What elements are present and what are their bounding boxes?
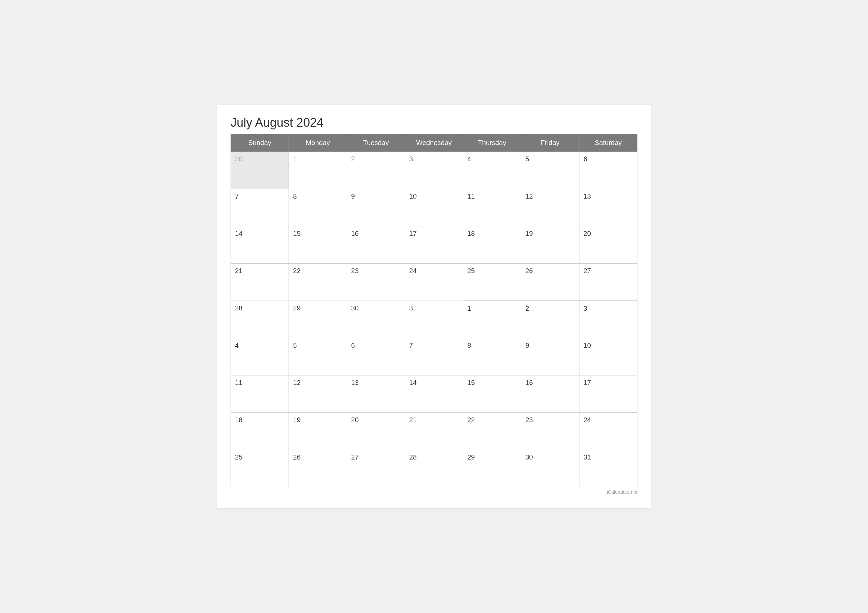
calendar-day[interactable]: 10 — [405, 189, 463, 226]
calendar-day[interactable]: 14 — [405, 375, 463, 413]
calendar-day[interactable]: 20 — [347, 413, 405, 450]
calendar-day[interactable]: 13 — [579, 189, 637, 226]
calendar-week-8: 18192021222324 — [231, 413, 637, 450]
calendar-day[interactable]: 12 — [289, 375, 347, 413]
calendar-day[interactable]: 6 — [579, 152, 637, 189]
calendar-day[interactable]: 21 — [231, 264, 289, 301]
calendar-day[interactable]: 23 — [347, 264, 405, 301]
calendar-day[interactable]: 15 — [463, 375, 521, 413]
calendar-day[interactable]: 5 — [521, 152, 579, 189]
calendar-day[interactable]: 11 — [463, 189, 521, 226]
calendar-day[interactable]: 11 — [231, 375, 289, 413]
header-cell-sunday: Sunday — [231, 134, 289, 152]
calendar-day[interactable]: 3 — [405, 152, 463, 189]
calendar-day[interactable]: 30 — [347, 301, 405, 338]
calendar-week-5: 28293031123 — [231, 301, 637, 338]
calendar-day[interactable]: 1 — [289, 152, 347, 189]
calendar-day[interactable]: 31 — [579, 450, 637, 487]
calendar-week-7: 11121314151617 — [231, 375, 637, 413]
calendar-day[interactable]: 24 — [405, 264, 463, 301]
calendar-day[interactable]: 10 — [579, 338, 637, 375]
calendar-day[interactable]: 7 — [405, 338, 463, 375]
calendar-day[interactable]: 25 — [231, 450, 289, 487]
calendar-day[interactable]: 14 — [231, 226, 289, 264]
calendar-day[interactable]: 16 — [521, 375, 579, 413]
calendar-day[interactable]: 26 — [289, 450, 347, 487]
calendar-day[interactable]: 5 — [289, 338, 347, 375]
calendar-day[interactable]: 1 — [463, 301, 521, 338]
calendar-day[interactable]: 15 — [289, 226, 347, 264]
calendar-day[interactable]: 12 — [521, 189, 579, 226]
header-cell-saturday: Saturday — [579, 134, 637, 152]
calendar-day[interactable]: 26 — [521, 264, 579, 301]
calendar-day[interactable]: 31 — [405, 301, 463, 338]
calendar-day[interactable]: 28 — [231, 301, 289, 338]
calendar-day[interactable]: 19 — [521, 226, 579, 264]
calendar-day[interactable]: 27 — [347, 450, 405, 487]
calendar-week-6: 45678910 — [231, 338, 637, 375]
calendar-day[interactable]: 4 — [463, 152, 521, 189]
calendar-day[interactable]: 22 — [289, 264, 347, 301]
calendar-day[interactable]: 29 — [289, 301, 347, 338]
header-cell-tuesday: Tuesday — [347, 134, 405, 152]
calendar-day[interactable]: 28 — [405, 450, 463, 487]
calendar-day[interactable]: 25 — [463, 264, 521, 301]
calendar-day[interactable]: 23 — [521, 413, 579, 450]
calendar-day[interactable]: 17 — [579, 375, 637, 413]
calendar-week-9: 25262728293031 — [231, 450, 637, 487]
calendar-day[interactable]: 16 — [347, 226, 405, 264]
header-cell-friday: Friday — [521, 134, 579, 152]
calendar-day[interactable]: 9 — [521, 338, 579, 375]
calendar-day[interactable]: 21 — [405, 413, 463, 450]
calendar-week-4: 21222324252627 — [231, 264, 637, 301]
calendar-day[interactable]: 3 — [579, 301, 637, 338]
calendar-day[interactable]: 22 — [463, 413, 521, 450]
header-cell-thursday: Thursday — [463, 134, 521, 152]
calendar-table: SundayMondayTuesdayWednesdayThursdayFrid… — [231, 134, 637, 487]
calendar-day[interactable]: 2 — [347, 152, 405, 189]
calendar-header: SundayMondayTuesdayWednesdayThursdayFrid… — [231, 134, 637, 152]
calendar-day[interactable]: 6 — [347, 338, 405, 375]
calendar-day[interactable]: 29 — [463, 450, 521, 487]
calendar-day[interactable]: 7 — [231, 189, 289, 226]
calendar-day[interactable]: 30 — [231, 152, 289, 189]
calendar-day[interactable]: 20 — [579, 226, 637, 264]
calendar-day[interactable]: 4 — [231, 338, 289, 375]
watermark: iCalendars.net — [231, 489, 637, 495]
calendar-week-3: 14151617181920 — [231, 226, 637, 264]
calendar-day[interactable]: 9 — [347, 189, 405, 226]
calendar-day[interactable]: 27 — [579, 264, 637, 301]
calendar-week-1: 30123456 — [231, 152, 637, 189]
calendar-day[interactable]: 30 — [521, 450, 579, 487]
header-row: SundayMondayTuesdayWednesdayThursdayFrid… — [231, 134, 637, 152]
calendar-day[interactable]: 2 — [521, 301, 579, 338]
calendar-day[interactable]: 18 — [463, 226, 521, 264]
calendar-day[interactable]: 17 — [405, 226, 463, 264]
header-cell-wednesday: Wednesday — [405, 134, 463, 152]
calendar-title: July August 2024 — [231, 116, 637, 130]
calendar-day[interactable]: 19 — [289, 413, 347, 450]
calendar-day[interactable]: 24 — [579, 413, 637, 450]
calendar-container: July August 2024 SundayMondayTuesdayWedn… — [217, 105, 651, 508]
calendar-week-2: 78910111213 — [231, 189, 637, 226]
calendar-day[interactable]: 13 — [347, 375, 405, 413]
header-cell-monday: Monday — [289, 134, 347, 152]
calendar-body: 3012345678910111213141516171819202122232… — [231, 152, 637, 487]
calendar-day[interactable]: 8 — [463, 338, 521, 375]
calendar-day[interactable]: 18 — [231, 413, 289, 450]
calendar-day[interactable]: 8 — [289, 189, 347, 226]
